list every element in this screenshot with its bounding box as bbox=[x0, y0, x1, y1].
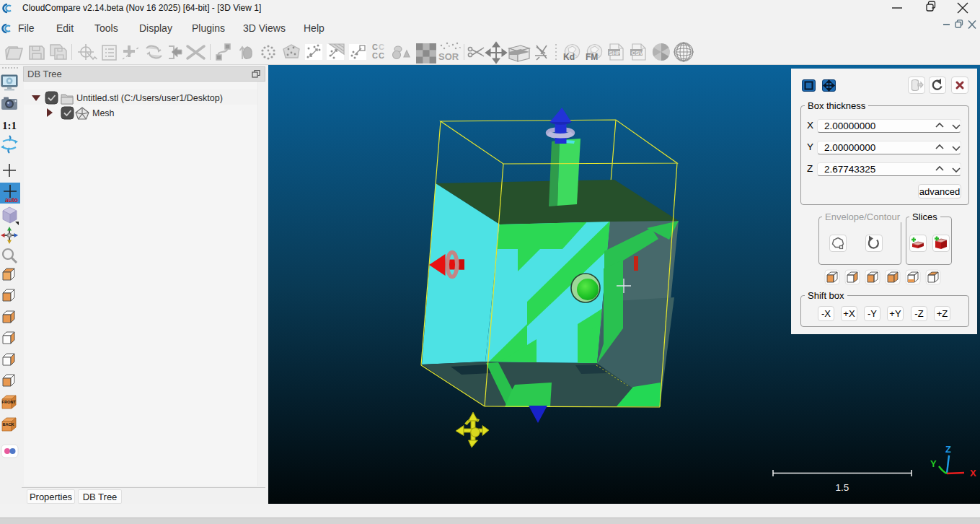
svg-text:C: C bbox=[372, 51, 378, 60]
svg-text:Y: Y bbox=[930, 458, 937, 469]
svg-text:Z: Z bbox=[945, 444, 951, 455]
svg-text:1.5: 1.5 bbox=[836, 482, 849, 493]
svg-text:C: C bbox=[379, 43, 384, 51]
svg-text:SOR: SOR bbox=[438, 51, 459, 62]
svg-text:FRONT: FRONT bbox=[2, 400, 17, 404]
svg-text:BACK: BACK bbox=[3, 422, 14, 427]
svg-text:C: C bbox=[379, 51, 384, 60]
svg-text:SHP: SHP bbox=[609, 50, 622, 56]
svg-text:C: C bbox=[372, 43, 378, 51]
svg-text:FM: FM bbox=[586, 52, 598, 62]
svg-text:CSV: CSV bbox=[632, 50, 644, 56]
svg-text:Kd: Kd bbox=[563, 52, 575, 62]
svg-text:X: X bbox=[970, 468, 976, 479]
